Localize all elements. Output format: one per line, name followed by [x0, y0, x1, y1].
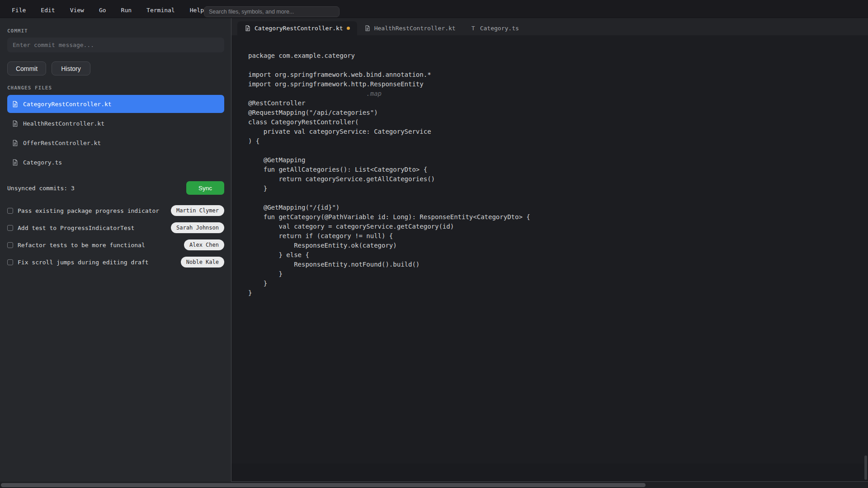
commit-actions: Commit History [7, 61, 224, 75]
code-line: @GetMapping [248, 155, 868, 165]
task-label: Pass existing package progress indicator [18, 207, 159, 214]
menu-bar: FileEditViewGoRunTerminalHelp [0, 0, 868, 18]
code-line: @RestController [248, 99, 868, 108]
file-icon [12, 101, 19, 108]
sync-row: Unsynced commits: 3 Sync [7, 181, 224, 195]
file-name: OfferRestController.kt [23, 140, 101, 146]
code-line: return if (category != null) { [248, 231, 868, 241]
code-line: class CategoryRestController( [248, 117, 868, 127]
horizontal-scrollbar [0, 482, 868, 488]
menu-view[interactable]: View [70, 7, 84, 14]
assignee-pill: Noble Kale [181, 257, 224, 267]
code-line: ResponseEntity.notFound().build() [248, 260, 868, 269]
code-line: import org.springframework.http.Response… [248, 80, 868, 89]
history-button[interactable]: History [52, 61, 90, 75]
commit-sidebar: COMMIT Commit History CHANGES FILES Cate… [0, 18, 231, 482]
code-line: ResponseEntity.ok(category) [248, 241, 868, 250]
file-icon [12, 159, 19, 166]
task-checkbox[interactable] [7, 259, 13, 265]
tab-label: Category.ts [480, 25, 519, 32]
editor-footer [231, 464, 868, 482]
commit-button[interactable]: Commit [7, 61, 46, 75]
task-row: Refactor tests to be more functionalAlex… [7, 239, 224, 250]
code-line: @GetMapping("/{id}") [248, 203, 868, 212]
changed-files-list: CategoryRestController.ktHealthRestContr… [7, 95, 224, 171]
task-checkbox[interactable] [7, 225, 13, 231]
menu-items: FileEditViewGoRunTerminalHelp [0, 4, 204, 14]
tab-label: HealthRestController.kt [374, 25, 456, 32]
code-line: val category = categoryService.getCatego… [248, 222, 868, 231]
editor-tab-bar: CategoryRestController.ktHealthRestContr… [231, 18, 868, 35]
file-icon [12, 120, 19, 127]
sync-button[interactable]: Sync [186, 181, 224, 195]
task-label: Fix scroll jumps during editing draft [18, 259, 149, 266]
ghost-suggestion: .map [248, 90, 382, 97]
file-name: HealthRestController.kt [23, 120, 104, 127]
assignee-pill: Alex Chen [184, 239, 224, 250]
file-name: Category.ts [23, 159, 62, 166]
menu-help[interactable]: Help [190, 7, 204, 14]
editor-tab[interactable]: HealthRestController.kt [357, 21, 463, 35]
file-row[interactable]: HealthRestController.kt [7, 114, 224, 132]
task-row: Fix scroll jumps during editing draftNob… [7, 257, 224, 267]
commit-message-input[interactable] [7, 38, 224, 52]
task-label: Add test to ProgressIndicatorTest [18, 225, 134, 231]
task-list: Pass existing package progress indicator… [7, 205, 224, 267]
menu-file[interactable]: File [12, 7, 26, 14]
modified-indicator-dot [347, 27, 350, 30]
task-row: Add test to ProgressIndicatorTestSarah J… [7, 222, 224, 233]
file-icon [245, 25, 251, 32]
code-line: fun getCategory(@PathVariable id: Long):… [248, 212, 868, 222]
file-row[interactable]: CategoryRestController.kt [7, 95, 224, 113]
assignee-pill: Sarah Johnson [171, 222, 224, 233]
task-label: Refactor tests to be more functional [18, 242, 145, 249]
file-icon [12, 140, 19, 146]
vertical-scrollbar-thumb[interactable] [864, 455, 867, 480]
code-line: } else { [248, 250, 868, 260]
horizontal-scrollbar-thumb[interactable] [1, 483, 646, 487]
code-line: @RequestMapping("/api/categories") [248, 108, 868, 117]
code-line: .map [248, 89, 868, 99]
code-line: ) { [248, 136, 868, 146]
task-checkbox[interactable] [7, 242, 13, 248]
code-line [248, 146, 868, 155]
tab-label: CategoryRestController.kt [255, 25, 343, 32]
editor-tab[interactable]: CategoryRestController.kt [237, 21, 357, 35]
file-row[interactable]: Category.ts [7, 153, 224, 171]
code-line: fun getAllCategories(): List<CategoryDto… [248, 165, 868, 174]
task-row: Pass existing package progress indicator… [7, 205, 224, 216]
code-line: } [248, 288, 868, 298]
task-checkbox[interactable] [7, 208, 13, 214]
changes-section-title: CHANGES FILES [7, 85, 224, 91]
menu-run[interactable]: Run [121, 7, 132, 14]
commit-section-title: COMMIT [7, 28, 224, 34]
menu-edit[interactable]: Edit [41, 7, 55, 14]
menu-go[interactable]: Go [99, 7, 106, 14]
file-name: CategoryRestController.kt [23, 101, 112, 108]
code-line: } [248, 184, 868, 193]
editor-pane: CategoryRestController.ktHealthRestContr… [231, 18, 868, 482]
code-line: package com.example.category [248, 51, 868, 61]
code-line: } [248, 269, 868, 279]
code-line: return categoryService.getAllCategories(… [248, 174, 868, 184]
code-line: } [248, 279, 868, 288]
unsynced-commits-status: Unsynced commits: 3 [7, 185, 75, 192]
assignee-pill: Martin Clymer [171, 205, 224, 216]
global-search [204, 6, 340, 17]
typescript-icon: T [470, 25, 476, 32]
code-line: import org.springframework.web.bind.anno… [248, 70, 868, 80]
file-row[interactable]: OfferRestController.kt [7, 134, 224, 152]
file-icon [364, 25, 371, 32]
main-split: COMMIT Commit History CHANGES FILES Cate… [0, 18, 868, 482]
code-line: private val categoryService: CategorySer… [248, 127, 868, 136]
code-line [248, 193, 868, 203]
menu-terminal[interactable]: Terminal [146, 7, 175, 14]
editor-tab[interactable]: TCategory.ts [463, 21, 526, 35]
code-editor[interactable]: package com.example.categoryimport org.s… [231, 35, 868, 464]
search-input[interactable] [204, 7, 339, 17]
code-line [248, 61, 868, 70]
